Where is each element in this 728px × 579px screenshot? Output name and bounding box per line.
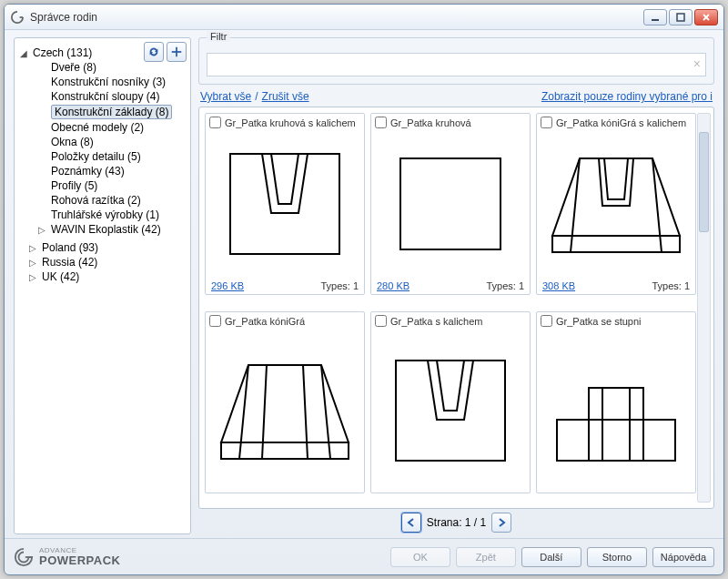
tile-checkbox[interactable] xyxy=(541,315,552,327)
tile-checkbox[interactable] xyxy=(209,117,221,128)
tree-node[interactable]: Truhlářské výrobky (1) xyxy=(36,208,187,222)
tile-thumbnail xyxy=(206,329,364,493)
tile[interactable]: Gr_Patka kóniGrá xyxy=(205,311,365,493)
tile-header: Gr_Patka kóniGrá s kalichem xyxy=(537,114,695,130)
svg-rect-0 xyxy=(20,16,24,18)
tile-types: Types: 1 xyxy=(486,280,524,291)
tree-node[interactable]: Konstrukční základy (8) xyxy=(36,104,187,120)
linkbar: Vybrat vše / Zrušit vše Zobrazit pouze r… xyxy=(198,90,714,103)
svg-rect-2 xyxy=(677,14,684,21)
tile[interactable]: Gr_Patka kruhová s kalichem296 KBTypes: … xyxy=(205,113,365,295)
next-button[interactable]: Další xyxy=(521,547,581,567)
tree-node[interactable]: Konstrukční nosníky (3) xyxy=(36,75,187,89)
tile[interactable]: Gr_Patka kruhová280 KBTypes: 1 xyxy=(370,113,531,295)
tile[interactable]: Gr_Patka s kalichem xyxy=(370,311,531,493)
tile-name: Gr_Patka se stupni xyxy=(556,316,642,327)
tree-node[interactable]: Položky detailu (5) xyxy=(36,149,187,164)
tile-checkbox[interactable] xyxy=(375,315,387,327)
tile-header: Gr_Patka kruhová xyxy=(371,114,530,130)
filter-group: Filtr × xyxy=(198,37,714,85)
tree-node-label: Konstrukční sloupy (4) xyxy=(51,90,159,103)
show-selected-link[interactable]: Zobrazit pouze rodiny vybrané pro i xyxy=(541,90,713,103)
tree-node-label: Dveře (8) xyxy=(51,61,96,74)
tree-panel: ◢ Czech (131) Dveře (8)Konstrukční nosní… xyxy=(14,37,191,534)
svg-rect-10 xyxy=(557,420,675,461)
caret-right-icon: ▷ xyxy=(29,272,38,282)
tile-header: Gr_Patka s kalichem xyxy=(371,312,530,329)
refresh-button[interactable] xyxy=(144,42,164,62)
scrollbar[interactable] xyxy=(697,113,711,503)
tile-types: Types: 1 xyxy=(652,280,690,291)
tile-checkbox[interactable] xyxy=(375,117,387,128)
add-button[interactable] xyxy=(167,42,187,62)
tree-toolbar xyxy=(144,42,187,62)
tree-node[interactable]: ▷UK (42) xyxy=(18,269,187,284)
tile-size-link[interactable]: 280 KB xyxy=(377,280,410,291)
pager: Strana: 1 / 1 xyxy=(198,509,714,534)
tile-checkbox[interactable] xyxy=(209,315,221,327)
tree-node[interactable]: Konstrukční sloupy (4) xyxy=(36,89,187,104)
svg-rect-11 xyxy=(589,388,643,420)
tree-node-label: Položky detailu (5) xyxy=(51,150,141,163)
tree-node-label: Obecné modely (2) xyxy=(51,121,144,134)
tile-checkbox[interactable] xyxy=(541,117,552,128)
filter-input[interactable] xyxy=(207,53,706,76)
tile-grid: Gr_Patka kruhová s kalichem296 KBTypes: … xyxy=(205,113,710,504)
tile-name: Gr_Patka kruhová xyxy=(390,117,471,128)
tree-node-label: Okna (8) xyxy=(51,136,94,148)
tree-node-label: Konstrukční základy (8) xyxy=(51,105,172,119)
content: ◢ Czech (131) Dveře (8)Konstrukční nosní… xyxy=(5,30,723,538)
tile[interactable]: Gr_Patka se stupni xyxy=(536,311,696,493)
tree-root: ◢ Czech (131) Dveře (8)Konstrukční nosní… xyxy=(16,46,188,237)
tree-node[interactable]: Rohová razítka (2) xyxy=(36,193,187,208)
tile-thumbnail xyxy=(371,329,530,493)
next-page-button[interactable] xyxy=(491,513,511,533)
tree-node-label: UK (42) xyxy=(42,270,79,283)
tree-node[interactable]: Obecné modely (2) xyxy=(36,120,187,135)
maximize-button[interactable] xyxy=(669,9,693,25)
tile-footer: 280 KBTypes: 1 xyxy=(371,278,530,294)
tree-node[interactable]: ▷Russia (42) xyxy=(18,255,187,269)
cancel-button[interactable]: Storno xyxy=(587,547,647,567)
tree-node[interactable]: Dveře (8) xyxy=(36,60,187,75)
help-button[interactable]: Nápověda xyxy=(652,547,714,567)
titlebar: Správce rodin xyxy=(5,5,723,30)
tree-node[interactable]: ▷WAVIN Ekoplastik (42) xyxy=(36,222,187,237)
deselect-all-link[interactable]: Zrušit vše xyxy=(262,90,309,103)
prev-page-button[interactable] xyxy=(401,513,421,533)
tree-node-label: Konstrukční nosníky (3) xyxy=(51,76,166,88)
minimize-button[interactable] xyxy=(643,9,667,25)
tree-node-label: Russia (42) xyxy=(42,256,97,269)
close-button[interactable] xyxy=(694,9,718,25)
tile-footer: 296 KBTypes: 1 xyxy=(206,278,364,294)
scrollbar-thumb[interactable] xyxy=(699,132,709,232)
tile-thumbnail xyxy=(537,329,695,493)
tile[interactable]: Gr_Patka kóniGrá s kalichem308 KBTypes: … xyxy=(536,113,696,295)
tile-name: Gr_Patka s kalichem xyxy=(390,316,482,327)
select-all-link[interactable]: Vybrat vše xyxy=(200,90,251,103)
brand: ADVANCE POWERPACK xyxy=(14,547,120,567)
app-icon xyxy=(10,10,25,25)
tile-name: Gr_Patka kruhová s kalichem xyxy=(225,117,356,128)
caret-right-icon: ▷ xyxy=(29,243,38,253)
tree-node[interactable]: Poznámky (43) xyxy=(36,164,187,178)
clear-filter-icon[interactable]: × xyxy=(693,56,701,71)
tile-header: Gr_Patka kóniGrá xyxy=(206,312,364,329)
back-button[interactable]: Zpět xyxy=(456,547,516,567)
caret-icon: ▷ xyxy=(38,225,47,235)
svg-rect-1 xyxy=(652,19,659,21)
tree-node[interactable]: ▷Poland (93) xyxy=(18,240,187,255)
tree-node-label: Rohová razítka (2) xyxy=(51,194,141,207)
tile-header: Gr_Patka se stupni xyxy=(537,312,695,329)
tree-node[interactable]: Profily (5) xyxy=(36,178,187,193)
tile-thumbnail xyxy=(371,130,530,278)
tile-size-link[interactable]: 296 KB xyxy=(211,280,244,291)
window-buttons xyxy=(643,9,718,25)
svg-rect-16 xyxy=(25,556,32,558)
footer: ADVANCE POWERPACK OK Zpět Další Storno N… xyxy=(5,538,723,574)
grid-wrap: Gr_Patka kruhová s kalichem296 KBTypes: … xyxy=(198,107,714,509)
tile-size-link[interactable]: 308 KB xyxy=(542,280,575,291)
tree-node[interactable]: Okna (8) xyxy=(36,135,187,149)
ok-button[interactable]: OK xyxy=(390,547,450,567)
tile-name: Gr_Patka kóniGrá xyxy=(225,316,305,327)
